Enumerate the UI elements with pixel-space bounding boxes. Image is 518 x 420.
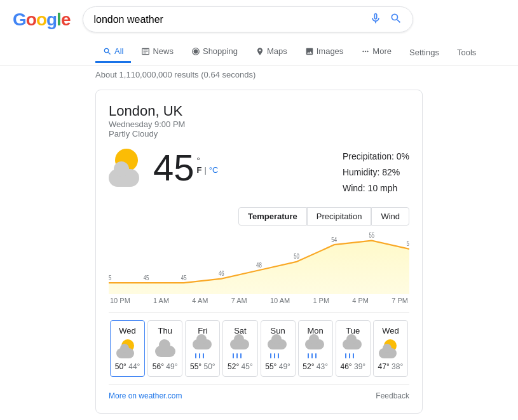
forecast-day-name-6: Tue (346, 326, 360, 335)
nav-item-images[interactable]: Images (297, 41, 351, 63)
results-count: About 1,110,000,000 results (0.64 second… (0, 66, 518, 83)
nav-item-shopping[interactable]: Shopping (184, 41, 245, 63)
forecast-temp-2: 55° 50° (190, 362, 215, 371)
chart-label-3: 46 (219, 269, 224, 277)
nav-settings: Settings Tools (402, 43, 484, 62)
feedback-link[interactable]: Feedback (376, 391, 409, 400)
nav-item-maps[interactable]: Maps (248, 41, 295, 63)
time-label-4: 10 AM (270, 297, 290, 304)
logo-g2: g (46, 10, 57, 29)
humidity-info: Humidity: 82% (343, 165, 409, 180)
nav-item-news[interactable]: News (133, 41, 181, 63)
nav-bar: All News Shopping Maps Images More Setti… (0, 39, 518, 66)
forecast-day-name-0: Wed (119, 326, 136, 335)
chart-label-1: 45 (144, 273, 149, 281)
forecast-icon-6 (341, 339, 364, 358)
nav-item-settings[interactable]: Settings (402, 43, 447, 62)
tab-wind[interactable]: Wind (371, 207, 409, 226)
tab-temperature[interactable]: Temperature (238, 207, 307, 226)
forecast-icon-0 (116, 339, 139, 358)
temperature-chart: 45 45 45 46 48 50 54 55 53 (109, 231, 409, 294)
forecast-icon-7 (379, 339, 402, 358)
logo-o1: o (26, 10, 36, 29)
time-label-7: 7 PM (392, 297, 408, 304)
header: Google (0, 0, 518, 39)
weather-datetime: Wednesday 9:00 PM (109, 119, 409, 129)
forecast-temp-0: 50° 44° (115, 362, 140, 371)
nav-maps-label: Maps (267, 46, 287, 56)
cloud-icon (109, 169, 139, 187)
weather-source-link[interactable]: More on weather.com (109, 391, 182, 400)
logo-g: G (13, 10, 26, 29)
forecast-day-sun[interactable]: Sun 55° 49° (261, 320, 296, 377)
weather-header: London, UK Wednesday 9:00 PM Partly Clou… (109, 103, 409, 139)
time-label-5: 1 PM (313, 297, 329, 304)
weather-icon-temp: 45 ° F | °C (109, 149, 218, 187)
weather-details: Precipitation: 0% Humidity: 82% Wind: 10… (343, 149, 409, 197)
forecast-icon-4 (266, 339, 289, 358)
chart-label-5: 50 (294, 252, 299, 261)
nav-tools-label: Tools (457, 48, 476, 57)
nav-news-label: News (153, 46, 174, 56)
unit-celsius[interactable]: °C (209, 165, 219, 175)
unit-fahrenheit[interactable]: F (197, 165, 202, 175)
weather-city: London, UK (109, 103, 409, 119)
nav-images-label: Images (317, 46, 344, 56)
forecast-icon-3 (229, 339, 252, 358)
degree-symbol: ° (197, 156, 219, 165)
forecast-day-mon[interactable]: Mon 52° 43° (298, 320, 333, 377)
forecast-day-sat[interactable]: Sat 52° 45° (222, 320, 257, 377)
time-label-3: 7 AM (231, 297, 247, 304)
mic-icon[interactable] (369, 12, 382, 27)
chart-label-8: 53 (407, 240, 409, 248)
forecast-row: Wed 50° 44° Thu 56° 49° (109, 312, 409, 377)
logo-l: l (57, 10, 61, 29)
time-labels: 10 PM 1 AM 4 AM 7 AM 10 AM 1 PM 4 PM 7 P… (109, 297, 409, 304)
forecast-day-tue[interactable]: Tue 46° 39° (336, 320, 371, 377)
forecast-day-fri[interactable]: Fri 55° 50° (185, 320, 220, 377)
forecast-temp-4: 55° 49° (265, 362, 290, 371)
forecast-temp-5: 52° 43° (303, 362, 328, 371)
forecast-day-thu[interactable]: Thu 56° 49° (147, 320, 182, 377)
logo-e: e (61, 10, 71, 29)
chart-label-2: 45 (181, 273, 187, 281)
chart-svg: 45 45 45 46 48 50 54 55 53 (109, 231, 409, 294)
time-label-2: 4 AM (192, 297, 208, 304)
nav-item-all[interactable]: All (95, 41, 131, 63)
chart-label-4: 48 (256, 261, 262, 269)
search-icon[interactable] (390, 12, 402, 27)
wind-info: Wind: 10 mph (343, 180, 409, 196)
time-label-6: 4 PM (352, 297, 369, 304)
chart-label-6: 54 (331, 235, 337, 243)
forecast-day-wed[interactable]: Wed 50° 44° (110, 320, 145, 377)
weather-condition: Partly Cloudy (109, 129, 409, 139)
forecast-temp-3: 52° 45° (228, 362, 253, 371)
forecast-temp-7: 47° 38° (378, 362, 404, 371)
chart-label-7: 55 (369, 231, 374, 239)
forecast-day-name-1: Thu (158, 326, 172, 335)
nav-settings-label: Settings (409, 48, 439, 57)
time-label-1: 1 AM (153, 297, 169, 304)
temp-unit-selector: ° F | °C (197, 156, 219, 175)
search-bar[interactable] (83, 6, 413, 32)
time-label-0: 10 PM (110, 297, 130, 304)
weather-main: 45 ° F | °C Precipitation: 0% Humidity: … (109, 149, 409, 197)
tab-precipitation[interactable]: Precipitation (307, 207, 372, 226)
nav-item-more[interactable]: More (353, 41, 399, 63)
search-input[interactable] (93, 14, 369, 25)
google-logo: Google (13, 10, 70, 30)
logo-o2: o (36, 10, 46, 29)
chart-label-0: 45 (109, 273, 111, 281)
card-footer: More on weather.com Feedback (109, 384, 409, 400)
forecast-temp-6: 46° 39° (340, 362, 365, 371)
weather-condition-icon (109, 149, 147, 187)
nav-all-label: All (114, 46, 123, 56)
weather-card: London, UK Wednesday 9:00 PM Partly Clou… (95, 90, 423, 414)
chart-tabs: Temperature Precipitation Wind (109, 207, 409, 226)
forecast-icon-5 (304, 339, 327, 358)
nav-item-tools[interactable]: Tools (449, 43, 484, 62)
precipitation-info: Precipitation: 0% (343, 149, 409, 165)
nav-shopping-label: Shopping (203, 46, 238, 56)
forecast-day-name-7: Wed (382, 326, 399, 335)
forecast-day-wed2[interactable]: Wed 47° 38° (373, 320, 408, 377)
